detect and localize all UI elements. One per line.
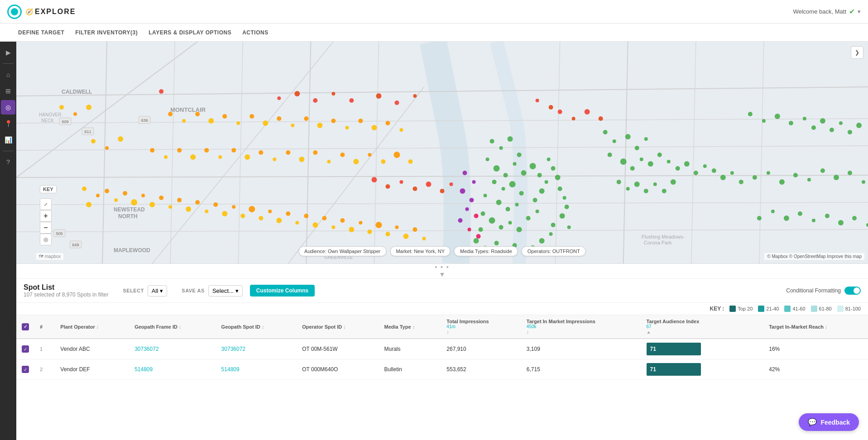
top-nav: 🧭 EXPLORE Welcome back, Matt ✔ ▾ — [0, 0, 868, 24]
col-header-tai[interactable]: Target Audience Index 67 ▲ — [641, 315, 764, 339]
sidebar-btn-home[interactable]: ⌂ — [1, 67, 15, 82]
col-header-plant-operator[interactable]: Plant Operator ↕ — [55, 315, 129, 339]
map-drag-handle[interactable]: • • • — [16, 263, 868, 270]
conditional-formatting-toggle[interactable] — [844, 287, 861, 295]
user-dropdown-icon[interactable]: ▾ — [858, 8, 861, 15]
row-2-media-type: Bulletin — [379, 359, 441, 380]
row-1-operator-spot-id: OT 00M-561W — [297, 339, 379, 359]
col-header-operator-spot-id[interactable]: Operator Spot ID ↕ — [297, 315, 379, 339]
nav-filter-inventory[interactable]: FILTER INVENTORY(3) — [75, 28, 138, 38]
col-header-total-impressions[interactable]: Total Impressions 41m ↕ — [441, 315, 521, 339]
collapse-panel-btn[interactable]: ▼ — [16, 270, 868, 279]
mapbox-credit: © Mapbox © OpenStreetMap Improve this ma… — [764, 253, 864, 260]
feedback-btn[interactable]: 💬 Feedback — [799, 413, 859, 431]
map-filter-pills: Audience: Own Wallpaper Stripper Market:… — [298, 246, 586, 256]
row-1-checkbox-icon: ✓ — [24, 347, 27, 352]
row-2-tai-bar: 71 — [647, 363, 701, 376]
sidebar-btn-arrow[interactable]: ▶ — [1, 45, 15, 60]
col-header-geopath-spot-id[interactable]: Geopath Spot ID ↕ — [216, 315, 297, 339]
row-2-plant-operator: Vendor DEF — [55, 359, 129, 380]
total-impressions-sub: 41m — [446, 324, 515, 329]
row-2-check[interactable]: ✓ — [16, 359, 34, 380]
row-2-operator-spot-id: OT 000M640O — [297, 359, 379, 380]
save-as-dropdown-arrow-icon: ▾ — [235, 287, 239, 294]
save-as-label: SAVE AS — [182, 288, 205, 293]
key-21-40: 21-40 — [758, 306, 779, 312]
dropdown-arrow-icon: ▾ — [160, 287, 163, 294]
conditional-formatting-label: Conditional Formatting — [786, 287, 841, 294]
zoom-in-btn[interactable]: + — [40, 210, 52, 222]
row-2-checkbox-icon: ✓ — [24, 367, 27, 372]
svg-text:Flushing Meadows-: Flushing Meadows- — [642, 234, 685, 239]
spot-list-subtitle: 107 selected of 8,970 Spots in filter — [24, 292, 108, 298]
map-fullscreen-btn[interactable]: ⤢ — [40, 198, 52, 210]
sidebar-btn-help[interactable]: ? — [1, 155, 15, 169]
row-1-checkbox[interactable]: ✓ — [22, 345, 29, 353]
sidebar-btn-location[interactable]: 📍 — [1, 116, 15, 131]
row-1-geopath-spot-id[interactable]: 30736072 — [216, 339, 297, 359]
customize-columns-btn[interactable]: Customize Columns — [250, 285, 315, 297]
table-row: ✓ 1 Vendor ABC 30736072 30736072 OT 00M-… — [16, 339, 868, 359]
save-as-dropdown[interactable]: Select... ▾ — [208, 285, 243, 297]
row-2-geopath-frame-id[interactable]: 514809 — [129, 359, 216, 380]
row-2-reach: 42% — [763, 359, 868, 380]
mapbox-logo: 🗺 mapbox — [36, 253, 63, 260]
svg-text:Corona Park: Corona Park — [644, 240, 672, 245]
market-pill[interactable]: Market: New York, NY — [390, 246, 451, 256]
row-2-total-impressions: 553,652 — [441, 359, 521, 380]
select-all-checkbox[interactable]: ✓ — [22, 323, 29, 330]
key-top20: Top 20 — [729, 306, 753, 312]
main-layout: ▶ ⌂ ⊞ ◎ 📍 📊 ? — [0, 42, 868, 440]
col-header-num: # — [34, 315, 55, 339]
svg-text:611: 611 — [85, 129, 91, 134]
col-header-target-market-impressions[interactable]: Target In Market Impressions 450k ↕ — [521, 315, 641, 339]
select-group: SELECT All ▾ — [123, 285, 167, 297]
key-41-60-label: 41-60 — [792, 306, 805, 311]
col-header-geopath-frame-id[interactable]: Geopath Frame ID ↕ — [129, 315, 216, 339]
col-header-media-type[interactable]: Media Type ↕ — [379, 315, 441, 339]
key-41-60: 41-60 — [784, 306, 805, 312]
svg-text:609: 609 — [62, 120, 69, 124]
toggle-knob — [854, 287, 860, 294]
row-1-check[interactable]: ✓ — [16, 339, 34, 359]
key-61-80-label: 61-80 — [819, 306, 832, 311]
sidebar-btn-explore[interactable]: ◎ — [1, 100, 15, 115]
key-top20-color — [729, 306, 736, 312]
nav-define-target[interactable]: DEFINE TARGET — [18, 28, 64, 38]
user-info: Welcome back, Matt ✔ ▾ — [793, 7, 861, 16]
key-61-80: 61-80 — [811, 306, 832, 312]
svg-text:649: 649 — [72, 243, 79, 247]
row-2-geopath-spot-id[interactable]: 514809 — [216, 359, 297, 380]
key-bar: KEY : Top 20 21-40 41-60 61-80 — [16, 303, 868, 315]
spot-list-title-group: Spot List 107 selected of 8,970 Spots in… — [24, 283, 108, 298]
map-background: CALDWELL HANOVER NECK MONTCLAIR NEWSTEAD… — [16, 42, 868, 263]
row-2-tai: 71 — [641, 359, 764, 380]
row-2-checkbox[interactable]: ✓ — [22, 366, 29, 373]
nav-actions[interactable]: ACTIONS — [242, 28, 269, 38]
sidebar-btn-chart[interactable]: 📊 — [1, 133, 15, 147]
key-41-60-color — [784, 306, 791, 312]
map-container[interactable]: CALDWELL HANOVER NECK MONTCLAIR NEWSTEAD… — [16, 42, 868, 263]
table-container[interactable]: ✓ # Plant Operator ↕ Geopath Frame ID ↕ — [16, 315, 868, 440]
row-1-reach: 16% — [763, 339, 868, 359]
sidebar-btn-grid[interactable]: ⊞ — [1, 84, 15, 98]
logo-circle — [7, 5, 22, 19]
nav-layers-display[interactable]: LAYERS & DISPLAY OPTIONS — [149, 28, 231, 38]
audience-pill[interactable]: Audience: Own Wallpaper Stripper — [298, 246, 386, 256]
conditional-formatting-group: Conditional Formatting — [786, 287, 861, 295]
row-1-geopath-frame-id[interactable]: 30736072 — [129, 339, 216, 359]
feedback-icon: 💬 — [808, 418, 817, 426]
media-types-pill[interactable]: Media Types: Roadside — [454, 246, 518, 256]
operators-pill[interactable]: Operators: OUTFRONT — [522, 246, 586, 256]
map-collapse-btn[interactable]: ❯ — [851, 46, 863, 59]
svg-text:MONTCLAIR: MONTCLAIR — [170, 106, 206, 113]
compass-icon: 🧭 — [25, 8, 33, 15]
spot-list-container: Spot List 107 selected of 8,970 Spots in… — [16, 279, 868, 440]
row-1-plant-operator: Vendor ABC — [55, 339, 129, 359]
col-header-target-reach[interactable]: Target In-Market Reach ↕ — [763, 315, 868, 339]
map-locate-btn[interactable]: ◎ — [40, 234, 52, 245]
map-roads-svg: CALDWELL HANOVER NECK MONTCLAIR NEWSTEAD… — [16, 42, 868, 263]
key-21-40-color — [758, 306, 764, 312]
select-all-dropdown[interactable]: All ▾ — [148, 285, 167, 297]
zoom-out-btn[interactable]: − — [40, 222, 52, 234]
